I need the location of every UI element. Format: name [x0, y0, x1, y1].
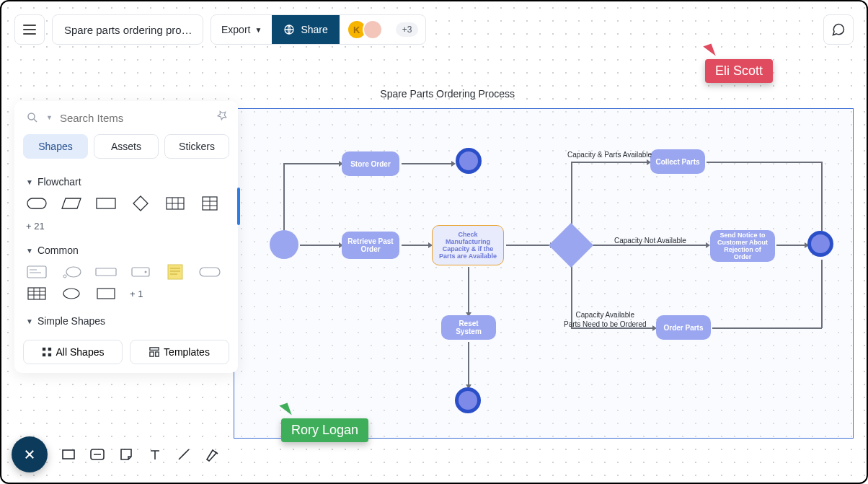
svg-rect-41: [156, 352, 159, 356]
search-icon: [26, 111, 39, 124]
shape-callout[interactable]: [61, 265, 82, 279]
section-common[interactable]: ▼ Common: [14, 234, 238, 262]
all-shapes-button[interactable]: All Shapes: [23, 340, 123, 364]
tool-line[interactable]: [176, 446, 192, 462]
node-collect[interactable]: Collect Parts: [650, 149, 705, 174]
node-retrieve[interactable]: Retrieve Past Order: [342, 232, 399, 259]
close-button[interactable]: [12, 436, 48, 472]
shape-decision[interactable]: [130, 196, 151, 211]
globe-icon: [283, 24, 295, 35]
svg-rect-40: [150, 352, 154, 356]
share-label: Share: [301, 24, 327, 35]
svg-rect-23: [168, 265, 182, 279]
tab-assets[interactable]: Assets: [94, 134, 159, 159]
shape-grid[interactable]: [26, 286, 48, 301]
end-event[interactable]: [807, 231, 833, 257]
section-label: Common: [37, 245, 79, 256]
export-button[interactable]: Export ▼: [211, 15, 272, 44]
shape-label[interactable]: [95, 265, 117, 279]
export-share-group: Export ▼ Share K +3: [211, 14, 426, 45]
svg-point-19: [63, 275, 66, 278]
tool-frame[interactable]: [89, 446, 105, 462]
grid-icon: [42, 347, 52, 357]
collaborator-cursor-eli: Eli Scott: [705, 45, 773, 83]
section-simple[interactable]: ▼ Simple Shapes: [14, 305, 238, 333]
scrollbar[interactable]: [237, 188, 240, 225]
svg-line-2: [34, 119, 37, 122]
svg-marker-6: [133, 196, 148, 211]
document-title[interactable]: Spare parts ordering pro…: [52, 14, 203, 45]
collaborator-cursor-rory: Rory Logan: [281, 404, 368, 442]
pin-icon[interactable]: [216, 110, 228, 121]
svg-point-18: [66, 267, 81, 277]
export-label: Export: [221, 24, 250, 35]
node-order-parts[interactable]: Order Parts: [656, 315, 711, 340]
flow-label: Capacity & Parts Available: [567, 151, 652, 159]
svg-point-33: [63, 289, 79, 299]
collaborator-name: Rory Logan: [281, 418, 368, 442]
more-collaborators[interactable]: +3: [396, 22, 419, 37]
shape-terminator[interactable]: [26, 196, 48, 211]
tool-rectangle[interactable]: [61, 446, 76, 462]
close-icon: [23, 448, 36, 461]
node-reset[interactable]: Reset System: [441, 315, 496, 340]
svg-point-22: [145, 271, 147, 273]
avatar[interactable]: [363, 19, 383, 40]
search-input[interactable]: [60, 112, 226, 124]
caret-down-icon: ▼: [26, 178, 33, 186]
node-store-order[interactable]: Store Order: [342, 151, 399, 176]
process-container[interactable]: [234, 108, 854, 439]
svg-point-1: [28, 113, 35, 120]
section-flowchart[interactable]: ▼ Flowchart: [14, 166, 238, 193]
shape-ellipse[interactable]: [61, 286, 82, 301]
end-event[interactable]: [455, 387, 481, 413]
collaborator-avatars[interactable]: K: [342, 15, 390, 44]
chevron-down-icon: ▼: [254, 26, 262, 34]
tab-stickers[interactable]: Stickers: [164, 134, 229, 159]
templates-label: Templates: [164, 346, 210, 358]
flow-label: Capacity Not Available: [614, 237, 686, 245]
tab-shapes[interactable]: Shapes: [23, 134, 88, 159]
common-more[interactable]: + 1: [130, 286, 143, 301]
svg-rect-34: [97, 289, 115, 299]
svg-marker-4: [62, 198, 81, 208]
flowchart-more[interactable]: + 21: [14, 215, 238, 234]
chat-icon: [831, 22, 846, 37]
cursor-icon: [703, 43, 715, 58]
svg-rect-5: [97, 198, 115, 208]
node-notice[interactable]: Send Notice to Customer About Rejection …: [710, 230, 775, 262]
svg-rect-27: [200, 268, 220, 276]
start-event[interactable]: [270, 230, 298, 259]
flow-label: Capacity Available Parts Need to be Orde…: [564, 310, 647, 329]
shape-table[interactable]: [164, 196, 186, 211]
shape-table2[interactable]: [199, 196, 221, 211]
svg-rect-20: [96, 268, 116, 276]
collaborator-name: Eli Scott: [705, 59, 773, 83]
tool-sticky[interactable]: [118, 446, 134, 462]
comments-button[interactable]: [823, 14, 854, 45]
template-icon: [149, 347, 159, 357]
all-shapes-label: All Shapes: [56, 346, 105, 358]
svg-line-49: [179, 449, 189, 459]
menu-button[interactable]: [14, 14, 45, 45]
svg-rect-15: [27, 266, 46, 278]
svg-rect-28: [28, 288, 45, 299]
share-button[interactable]: Share: [272, 15, 339, 44]
shape-button[interactable]: [199, 265, 221, 279]
svg-rect-38: [48, 353, 50, 356]
templates-button[interactable]: Templates: [130, 340, 229, 364]
tool-text[interactable]: [147, 446, 163, 462]
end-event[interactable]: [456, 148, 482, 174]
shape-data[interactable]: [61, 196, 82, 211]
section-label: Flowchart: [37, 176, 81, 188]
shape-process[interactable]: [95, 196, 117, 211]
svg-rect-3: [27, 198, 46, 208]
diagram-title: Spare Parts Ordering Process: [380, 88, 515, 100]
shape-card[interactable]: [26, 265, 48, 279]
shape-tag[interactable]: [130, 265, 151, 279]
node-check-selected[interactable]: Check Manufacturing Capacity & if the Pa…: [432, 225, 504, 265]
chevron-down-icon[interactable]: ▼: [46, 114, 53, 121]
tool-pen[interactable]: [205, 446, 221, 462]
shape-rect[interactable]: [95, 286, 117, 301]
shape-sticky[interactable]: [164, 265, 186, 279]
